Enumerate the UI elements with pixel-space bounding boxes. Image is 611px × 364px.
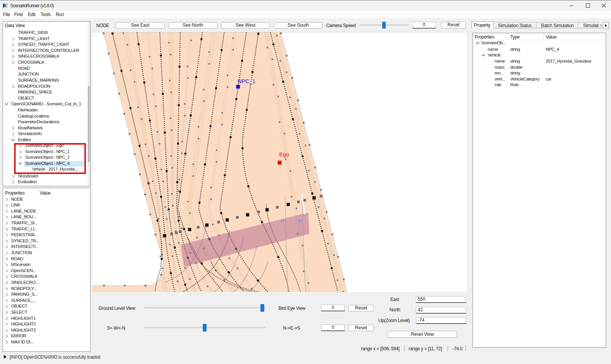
svg-text:Ego: Ego <box>279 151 289 158</box>
svg-text:NPC_1: NPC_1 <box>238 78 255 84</box>
